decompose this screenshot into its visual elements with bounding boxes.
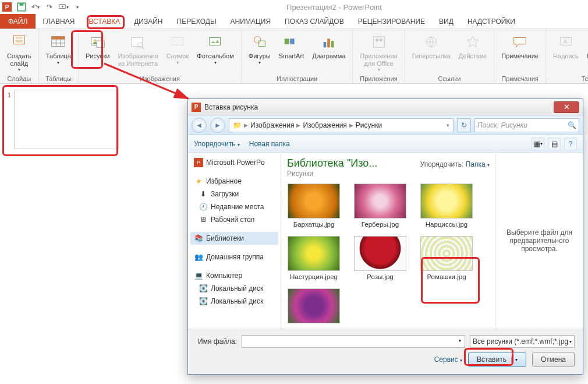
- screenshot-button[interactable]: Снимок ▾: [163, 31, 193, 74]
- newfolder-button[interactable]: Новая папка: [249, 140, 290, 148]
- organize-button[interactable]: Упорядочить ▾: [194, 140, 240, 148]
- dialog-navbar: ◄ ► 📁 ▶ Изображения ▶ Изображения ▶ Рису…: [188, 115, 583, 135]
- tab-transitions[interactable]: ПЕРЕХОДЫ: [170, 14, 224, 29]
- start-slideshow-icon[interactable]: ▾: [58, 2, 69, 12]
- help-button[interactable]: ?: [564, 138, 577, 150]
- file-thumb[interactable]: [287, 288, 341, 326]
- tools-button[interactable]: Сервис ▾: [434, 355, 462, 364]
- file-thumb[interactable]: Розы.jpg: [353, 236, 407, 280]
- pictures-button[interactable]: Рисунки: [82, 31, 114, 74]
- tree-desktop[interactable]: 🖥Рабочий стол: [190, 213, 278, 226]
- dialog-footer: Имя файла: ▾ Все рисунки (*.emf;*.wmf;*.…: [188, 329, 583, 374]
- disk-icon: 💽: [199, 297, 208, 306]
- breadcrumb[interactable]: Рисунки: [356, 121, 382, 129]
- filename-input[interactable]: ▾: [242, 335, 465, 348]
- apps-button[interactable]: Приложения для Office ▾: [356, 31, 401, 74]
- file-thumb[interactable]: Герберы.jpg: [353, 184, 407, 228]
- comment-button[interactable]: Примечание: [498, 31, 542, 74]
- textbox-button[interactable]: A Надпись: [550, 31, 582, 74]
- back-button[interactable]: ◄: [192, 118, 207, 133]
- action-button[interactable]: Действие: [455, 31, 490, 74]
- sort-control[interactable]: Упорядочить: Папка ▾: [420, 160, 490, 168]
- dialog-titlebar[interactable]: P Вставка рисунка ✕: [188, 99, 583, 115]
- undo-icon[interactable]: ↶▾: [30, 2, 41, 12]
- tree-homegroup[interactable]: 👥Домашняя группа: [190, 251, 278, 263]
- refresh-button[interactable]: ↻: [457, 118, 471, 132]
- new-slide-button[interactable]: Создать слайд ▾: [3, 31, 35, 74]
- preview-toggle-button[interactable]: ▤: [548, 138, 561, 150]
- tree-libraries[interactable]: 📚Библиотеки: [190, 232, 278, 245]
- chevron-down-icon: ▾: [460, 358, 462, 363]
- filetype-filter[interactable]: Все рисунки (*.emf;*.wmf;*.jpg▾: [470, 335, 575, 348]
- chevron-down-icon[interactable]: ▾: [447, 122, 449, 128]
- smartart-icon: [282, 33, 300, 51]
- tree-recent[interactable]: 🕘Недавние места: [190, 200, 278, 213]
- online-picture-icon: [129, 33, 147, 51]
- file-thumb[interactable]: Нарциссы.jpg: [420, 184, 473, 228]
- tree-favorites[interactable]: ★Избранное: [190, 175, 278, 188]
- save-icon[interactable]: [16, 2, 27, 12]
- file-thumb[interactable]: Бархатцы.jpg: [287, 184, 341, 228]
- homegroup-icon: 👥: [194, 252, 203, 262]
- libraries-icon: 📚: [194, 234, 203, 243]
- shapes-button[interactable]: Фигуры ▾: [245, 31, 274, 74]
- tree-disk-c[interactable]: 💽Локальный диск: [190, 282, 278, 295]
- tab-home[interactable]: ГЛАВНАЯ: [36, 14, 82, 29]
- tab-slideshow[interactable]: ПОКАЗ СЛАЙДОВ: [278, 14, 351, 29]
- hyperlink-button[interactable]: Гиперссылка: [409, 31, 454, 74]
- star-icon: ★: [194, 177, 203, 186]
- tree-downloads[interactable]: ⬇Загрузки: [190, 188, 278, 200]
- table-button[interactable]: Таблица ▾: [42, 31, 75, 74]
- slide-thumbnail-1[interactable]: 1: [14, 90, 119, 149]
- tab-file[interactable]: ФАЙЛ: [0, 14, 36, 29]
- tab-review[interactable]: РЕЦЕНЗИРОВАНИЕ: [351, 14, 432, 29]
- group-comments: Примечание Примечания: [494, 29, 546, 83]
- svg-rect-23: [376, 38, 378, 41]
- svg-rect-22: [373, 37, 384, 48]
- ribbon: Создать слайд ▾ Слайды Таблица ▾ Таблицы…: [0, 29, 588, 84]
- address-bar[interactable]: 📁 ▶ Изображения ▶ Изображения ▶ Рисунки …: [229, 118, 454, 132]
- close-button[interactable]: ✕: [554, 101, 579, 113]
- library-header: Библиотека "Изо...: [287, 157, 377, 170]
- file-thumb[interactable]: Настурция.jpeg: [287, 236, 341, 280]
- tree-computer[interactable]: 💻Компьютер: [190, 269, 278, 282]
- dialog-title: Вставка рисунка: [204, 103, 554, 111]
- chevron-down-icon[interactable]: ▾: [511, 357, 518, 362]
- breadcrumb[interactable]: Изображения: [303, 121, 346, 129]
- cancel-button[interactable]: Отмена: [532, 353, 575, 367]
- chevron-down-icon: ▾: [378, 67, 380, 72]
- file-thumb[interactable]: Ромашки.jpg: [420, 236, 473, 280]
- chart-button[interactable]: Диаграмма: [309, 31, 349, 74]
- file-name: Нарциссы.jpg: [426, 221, 467, 228]
- insert-button[interactable]: Вставить▾: [468, 353, 526, 367]
- svg-rect-1: [20, 3, 24, 6]
- smartart-button[interactable]: SmartArt: [275, 31, 307, 74]
- headerfooter-button[interactable]: Колонтитулы: [583, 31, 588, 74]
- redo-icon[interactable]: ↷: [44, 2, 55, 12]
- tab-addins[interactable]: НАДСТРОЙКИ: [461, 14, 522, 29]
- breadcrumb[interactable]: Изображения: [250, 121, 294, 129]
- tree-disk-d[interactable]: 💽Локальный диск: [190, 295, 278, 308]
- forward-button[interactable]: ►: [210, 118, 225, 133]
- tree-powerpoint[interactable]: PMicrosoft PowerPo: [190, 156, 278, 169]
- group-images: Рисунки Изображения из Интернета Снимок …: [79, 29, 242, 83]
- picture-icon: [88, 33, 107, 51]
- tab-insert[interactable]: ВСТАВКА: [82, 14, 127, 29]
- tab-view[interactable]: ВИД: [432, 14, 461, 29]
- chevron-down-icon[interactable]: ▾: [459, 338, 461, 343]
- qat-customize-icon[interactable]: ▾: [72, 2, 83, 12]
- tab-animation[interactable]: АНИМАЦИЯ: [224, 14, 278, 29]
- dialog-app-icon: P: [192, 103, 201, 112]
- search-input[interactable]: Поиск: Рисунки 🔍: [474, 118, 579, 132]
- file-name: Настурция.jpeg: [290, 273, 338, 280]
- file-list[interactable]: Библиотека "Изо... Рисунки Упорядочить: …: [281, 153, 495, 329]
- photoalbum-button[interactable]: Фотоальбом ▾: [193, 31, 238, 74]
- file-name: Герберы.jpg: [362, 221, 399, 228]
- svg-rect-11: [132, 38, 143, 47]
- comment-icon: [511, 33, 529, 51]
- group-illustrations: Фигуры ▾ SmartArt Диаграмма Иллюстрации: [242, 29, 353, 83]
- view-button[interactable]: ▦▾: [532, 138, 544, 150]
- tab-design[interactable]: ДИЗАЙН: [127, 14, 169, 29]
- online-pictures-button[interactable]: Изображения из Интернета: [114, 31, 161, 74]
- group-links: Гиперссылка Действие Ссылки: [405, 29, 495, 83]
